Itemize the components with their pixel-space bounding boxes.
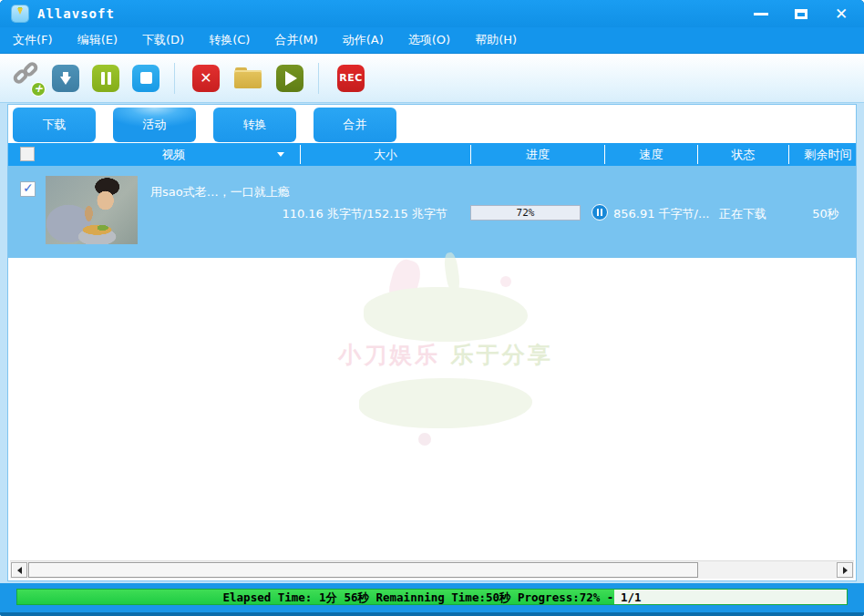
window-controls: ✕ bbox=[747, 0, 855, 27]
scroll-right-icon bbox=[843, 567, 848, 574]
column-header-remaining[interactable]: 剩余时间 bbox=[789, 143, 857, 166]
row-pause-icon[interactable] bbox=[591, 204, 608, 221]
window-title: Allavsoft bbox=[37, 6, 115, 21]
scroll-right-button[interactable] bbox=[837, 562, 853, 578]
scroll-left-button[interactable] bbox=[11, 562, 27, 578]
video-title: 用sao式老…，一口就上瘾 bbox=[150, 184, 290, 200]
download-row[interactable]: 用sao式老…，一口就上瘾 110.16 兆字节/152.15 兆字节 72% … bbox=[8, 166, 856, 258]
app-logo-icon bbox=[12, 5, 28, 22]
delete-button[interactable]: ✕ bbox=[192, 65, 220, 92]
table-header: 视频 大小 进度 速度 状态 剩余时间 bbox=[8, 143, 856, 166]
horizontal-scrollbar[interactable] bbox=[10, 560, 854, 579]
column-header-status[interactable]: 状态 bbox=[698, 143, 788, 166]
pause-button[interactable] bbox=[92, 65, 119, 92]
menubar: 文件(F) 编辑(E) 下载(D) 转换(C) 合并(M) 动作(A) 选项(O… bbox=[0, 27, 864, 53]
statusbar: Elapsed Time: 1分 56秒 Remainning Time:50秒… bbox=[0, 583, 864, 616]
tab-convert[interactable]: 转换 bbox=[213, 108, 296, 142]
menu-options[interactable]: 选项(O) bbox=[408, 32, 450, 48]
menu-download[interactable]: 下载(D) bbox=[142, 32, 184, 48]
play-button[interactable] bbox=[276, 65, 303, 92]
column-header-progress[interactable]: 进度 bbox=[471, 143, 604, 166]
menu-file[interactable]: 文件(F) bbox=[13, 32, 53, 48]
row-checkbox-checked[interactable] bbox=[20, 181, 36, 197]
download-list-panel: 下载 活动 转换 合并 视频 大小 进度 速度 状态 剩余时间 bbox=[7, 104, 857, 581]
pause-icon bbox=[101, 72, 111, 85]
toolbar-separator bbox=[174, 63, 175, 94]
download-remaining-time: 50秒 bbox=[788, 206, 857, 222]
column-header-size[interactable]: 大小 bbox=[301, 143, 470, 166]
overall-progress-bar: Elapsed Time: 1分 56秒 Remainning Time:50秒… bbox=[16, 589, 848, 605]
watermark-logo: 小刀娱乐 乐于分享 bbox=[309, 260, 582, 478]
watermark-text: 小刀娱乐 乐于分享 bbox=[309, 340, 582, 370]
download-arrow-icon bbox=[60, 72, 71, 85]
toolbar-separator bbox=[318, 63, 319, 94]
column-header-video[interactable]: 视频 bbox=[47, 143, 300, 166]
app-window: Allavsoft ✕ 文件(F) 编辑(E) 下载(D) 转换(C) 合并(M… bbox=[0, 0, 864, 616]
add-url-button[interactable]: + bbox=[13, 63, 44, 94]
open-folder-button[interactable] bbox=[234, 67, 263, 89]
content-frame: 下载 活动 转换 合并 视频 大小 进度 速度 状态 剩余时间 bbox=[0, 103, 864, 583]
download-speed: 856.91 千字节/... bbox=[613, 206, 709, 222]
maximize-icon bbox=[795, 9, 807, 19]
menu-action[interactable]: 动作(A) bbox=[343, 32, 384, 48]
toolbar: + ✕ REC bbox=[0, 53, 864, 103]
menu-convert[interactable]: 转换(C) bbox=[209, 32, 250, 48]
record-button[interactable]: REC bbox=[337, 65, 365, 92]
maximize-button[interactable] bbox=[787, 3, 815, 25]
tab-activity[interactable]: 活动 bbox=[113, 108, 196, 142]
scrollbar-thumb[interactable] bbox=[28, 562, 698, 578]
row-progress-bar: 72% bbox=[470, 205, 581, 221]
sort-dropdown-icon[interactable] bbox=[277, 152, 284, 157]
menu-merge[interactable]: 合并(M) bbox=[274, 32, 317, 48]
menu-help[interactable]: 帮助(H) bbox=[475, 32, 517, 48]
play-icon bbox=[285, 71, 297, 86]
column-header-speed[interactable]: 速度 bbox=[605, 143, 697, 166]
statusbar-text: Elapsed Time: 1分 56秒 Remainning Time:50秒… bbox=[17, 590, 847, 604]
menu-edit[interactable]: 编辑(E) bbox=[77, 32, 118, 48]
close-icon: ✕ bbox=[835, 6, 848, 22]
minimize-button[interactable] bbox=[747, 3, 775, 25]
download-size: 110.16 兆字节/152.15 兆字节 bbox=[282, 206, 447, 222]
stop-button[interactable] bbox=[132, 65, 159, 92]
select-all-checkbox[interactable] bbox=[20, 147, 35, 161]
close-button[interactable]: ✕ bbox=[828, 3, 855, 25]
delete-x-icon: ✕ bbox=[200, 71, 211, 86]
row-progress-label: 72% bbox=[471, 206, 580, 220]
tab-bar: 下载 活动 转换 合并 bbox=[8, 108, 396, 142]
plus-badge-icon: + bbox=[32, 83, 45, 96]
stop-icon bbox=[140, 72, 152, 84]
tab-merge[interactable]: 合并 bbox=[314, 108, 396, 142]
download-status: 正在下载 bbox=[697, 206, 788, 222]
titlebar: Allavsoft ✕ bbox=[0, 0, 864, 27]
tab-download[interactable]: 下载 bbox=[13, 108, 96, 142]
start-download-button[interactable] bbox=[52, 65, 79, 92]
minimize-icon bbox=[754, 13, 768, 15]
scroll-left-icon bbox=[17, 567, 22, 574]
video-thumbnail bbox=[46, 176, 138, 244]
